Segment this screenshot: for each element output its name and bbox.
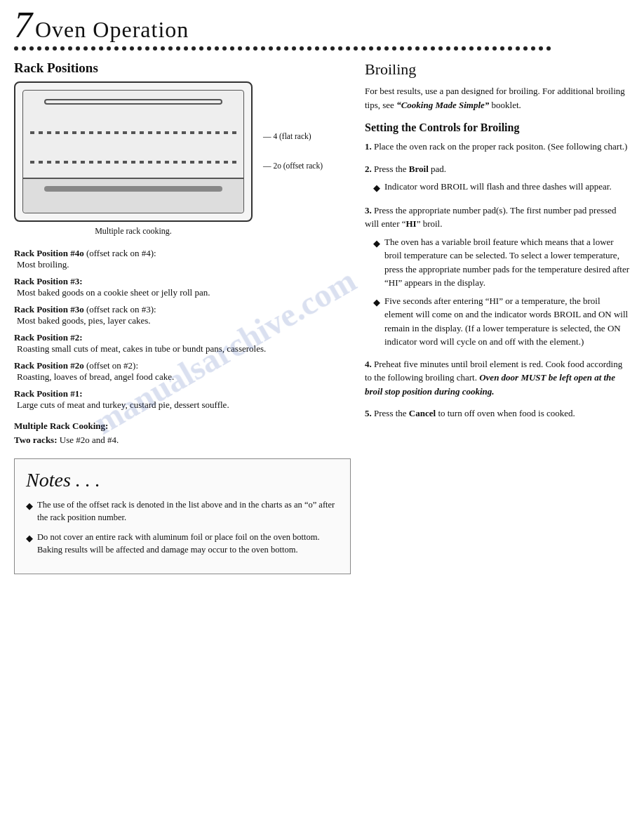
step-3-num: 3. [365, 205, 372, 216]
right-column: Broiling For best results, use a pan des… [365, 60, 630, 574]
rack-item-3o-desc: Most baked goods, pies, layer cakes. [17, 315, 351, 326]
dot [354, 46, 358, 51]
broil-step-3: 3. Press the appropriate number pad(s). … [365, 204, 630, 349]
dot [176, 46, 180, 51]
notes-bullet-2: ◆ Do not cover an entire rack with alumi… [26, 531, 339, 556]
dot [199, 46, 203, 51]
multiple-rack-section: Multiple Rack Cooking: Two racks: Use #2… [14, 421, 351, 446]
dot [14, 46, 18, 51]
dot [361, 46, 365, 51]
dot [145, 46, 149, 51]
dot [408, 46, 412, 51]
oven-door [23, 178, 243, 213]
rack-item-2o: Rack Position #2o (offset on #2): Roasti… [14, 360, 351, 383]
rack-item-2-title: Rack Position #2: [14, 332, 83, 343]
dot [45, 46, 49, 51]
dot [22, 46, 26, 51]
multiple-rack-title: Multiple Rack Cooking: [14, 421, 351, 432]
chapter-number: 7 [14, 7, 32, 44]
step-3-sub-1: ◆ The oven has a variable broil feature … [373, 235, 630, 290]
dot [523, 46, 528, 51]
notes-box: Notes . . . ◆ The use of the offset rack… [14, 458, 351, 574]
rack-item-3: Rack Position #3: Most baked goods on a … [14, 276, 351, 298]
page: 7 Oven Operation [0, 0, 644, 834]
broil-step-5: 5. Press the Cancel to turn off oven whe… [365, 406, 630, 421]
rack-item-2o-title: Rack Position #2o [14, 360, 84, 371]
dot [469, 46, 474, 51]
dot [415, 46, 420, 51]
oven-diagram-container: — 4 (flat rack) — 2o (offset rack) [14, 81, 323, 222]
broil-step-4: 4. Preheat five minutes until broil elem… [365, 357, 630, 399]
dot [431, 46, 435, 51]
step-3-text: Press the appropriate number pad(s). The… [365, 205, 617, 230]
broil-step-1: 1. Place the oven rack on the proper rac… [365, 140, 630, 154]
step-3-sub-2-text: Five seconds after entering “HI” or a te… [384, 294, 630, 349]
dot [68, 46, 72, 51]
step-2-sub-1: ◆ Indicator word BROIL will flash and th… [373, 180, 630, 195]
dot [492, 46, 497, 51]
oven-diagram [14, 81, 253, 222]
dot [516, 46, 520, 51]
rack-item-2-desc: Roasting small cuts of meat, cakes in tu… [17, 343, 351, 355]
dot [184, 46, 188, 51]
dot [130, 46, 134, 51]
dot [423, 46, 427, 51]
oven-top-element [44, 99, 222, 105]
dot [83, 46, 88, 51]
dot-divider [14, 46, 630, 51]
dot [60, 46, 65, 51]
dot [153, 46, 157, 51]
rack-item-4o-desc: Most broiling. [17, 259, 351, 270]
dot [446, 46, 450, 51]
notes-bullet-2-text: Do not cover an entire rack with aluminu… [37, 531, 339, 556]
oven-caption: Multiple rack cooking. [14, 226, 253, 237]
rack-item-3o-suffix: (offset rack on #3): [84, 304, 156, 315]
notes-title-text: Notes . . . [26, 469, 100, 491]
chapter-title: Oven Operation [35, 17, 189, 43]
dot [122, 46, 126, 51]
dot [477, 46, 481, 51]
rack-item-4o-title: Rack Position #4o [14, 248, 84, 258]
dot [215, 46, 219, 51]
two-racks-label: Two racks: [14, 435, 58, 445]
step-3-sub-2: ◆ Five seconds after entering “HI” or a … [373, 294, 630, 349]
step-4-text: Preheat five minutes until broil element… [365, 359, 622, 397]
dot [315, 46, 319, 51]
dot [307, 46, 311, 51]
oven-door-handle [44, 186, 222, 192]
dot [454, 46, 458, 51]
dot [230, 46, 234, 51]
dot [29, 46, 34, 51]
rack-item-3o: Rack Position #3o (offset rack on #3): M… [14, 304, 351, 326]
controls-title: Setting the Controls for Broiling [365, 121, 630, 134]
rack-item-3-desc: Most baked goods on a cookie sheet or je… [17, 287, 351, 298]
left-column: Rack Positions [14, 60, 351, 574]
rack-positions-title: Rack Positions [14, 60, 351, 76]
dot [369, 46, 373, 51]
dot [508, 46, 512, 51]
dot [330, 46, 335, 51]
rack-item-3-title: Rack Position #3: [14, 276, 83, 286]
dot [246, 46, 250, 51]
step-3-sub-1-text: The oven has a variable broil feature wh… [384, 235, 630, 290]
dot [53, 46, 57, 51]
dot [37, 46, 41, 51]
bullet-diamond-2: ◆ [26, 532, 33, 556]
dot [292, 46, 296, 51]
broil-intro: For best results, use a pan designed for… [365, 84, 630, 112]
rack-label-2o: — 2o (offset rack) [263, 161, 323, 170]
broil-step-2: 2. Press the Broil pad. ◆ Indicator word… [365, 162, 630, 195]
dot [485, 46, 489, 51]
step-5-text: Press the Cancel to turn off oven when f… [374, 408, 575, 418]
step-2-sub-1-text: Indicator word BROIL will flash and thre… [384, 180, 612, 195]
step-1-text: Place the oven rack on the proper rack p… [374, 141, 627, 152]
step-1-num: 1. [365, 141, 372, 152]
dot [546, 46, 551, 51]
step-2-text: Press the Broil pad. [374, 164, 446, 174]
dot [238, 46, 242, 51]
dot [207, 46, 211, 51]
dot [400, 46, 404, 51]
sub-diamond: ◆ [373, 296, 380, 349]
two-racks-line: Two racks: Use #2o and #4. [14, 435, 351, 446]
rack-line-2o [30, 161, 236, 164]
